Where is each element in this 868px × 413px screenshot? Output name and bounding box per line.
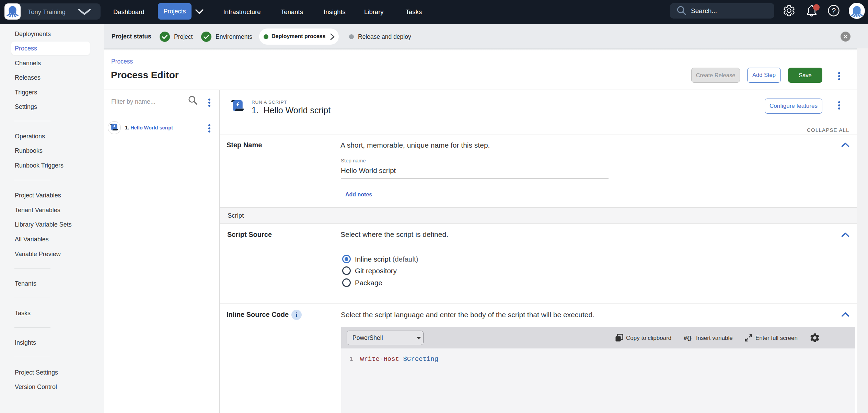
- svg-text:?: ?: [832, 7, 836, 15]
